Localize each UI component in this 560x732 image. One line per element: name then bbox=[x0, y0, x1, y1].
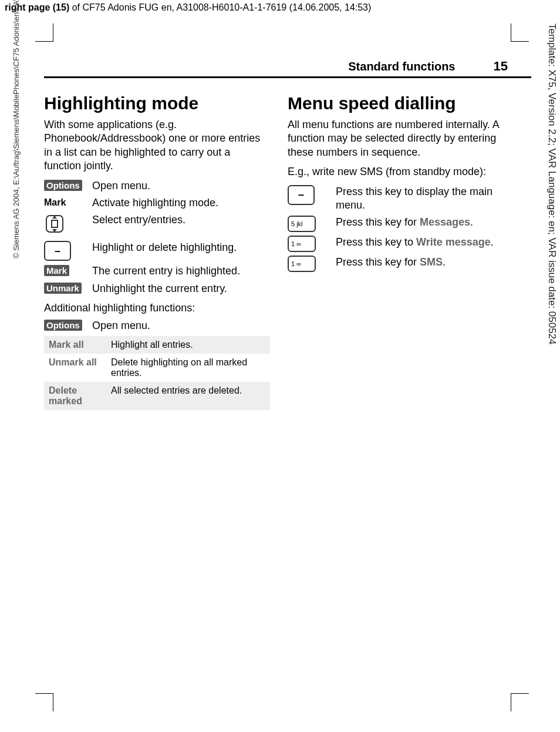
left-column: Highlighting mode With some applications… bbox=[44, 90, 270, 410]
intro-highlighting: With some applications (e.g. Phonebook/A… bbox=[44, 118, 270, 173]
row-options2: Options Open menu. bbox=[44, 319, 270, 333]
softkey-dash-icon: – bbox=[44, 241, 71, 261]
heading-highlighting: Highlighting mode bbox=[44, 93, 270, 113]
svg-rect-1 bbox=[52, 220, 58, 227]
step-desc: Press this key for SMS. bbox=[336, 256, 514, 269]
running-header: Standard functions 15 bbox=[44, 59, 531, 78]
mark-softkey: Mark bbox=[44, 265, 69, 276]
desc: Unhighlight the current entry. bbox=[92, 282, 270, 296]
options-softkey: Options bbox=[44, 320, 82, 331]
key-1-icon: 1 ∞ bbox=[288, 236, 316, 252]
desc: Select entry/entries. bbox=[92, 213, 270, 227]
top-header: right page (15) of CF75 Adonis FUG en, A… bbox=[0, 0, 560, 15]
intro-speed-dial: All menu functions are numbered internal… bbox=[288, 118, 514, 159]
step-row: 1 ∞ Press this key to Write message. bbox=[288, 236, 514, 252]
step-desc: Press this key to Write message. bbox=[336, 236, 514, 249]
desc: Activate highlighting mode. bbox=[92, 196, 270, 210]
func-desc: All selected entries are deleted. bbox=[106, 382, 270, 410]
functions-table: Mark all Highlight all entries. Unmark a… bbox=[44, 336, 270, 410]
desc: Highlight or delete highlighting. bbox=[92, 241, 270, 254]
func-name: Mark all bbox=[44, 336, 106, 354]
func-name: Delete marked bbox=[44, 382, 106, 410]
additional-label: Additional highlighting functions: bbox=[44, 301, 270, 315]
page-number: 15 bbox=[494, 59, 508, 73]
step-row: 1 ∞ Press this key for SMS. bbox=[288, 256, 514, 272]
nav-key-icon bbox=[44, 213, 65, 234]
left-margin-text: © Siemens AG 2004, E:\Auftrag\Siemens\Mo… bbox=[12, 0, 21, 258]
row-options: Options Open menu. bbox=[44, 179, 270, 193]
step-row: 5 jkl Press this key for Messages. bbox=[288, 216, 514, 232]
section-title: Standard functions bbox=[348, 60, 455, 73]
heading-speed-dial: Menu speed dialling bbox=[288, 93, 514, 113]
key-1-icon: 1 ∞ bbox=[288, 256, 316, 272]
row-navkey: Select entry/entries. bbox=[44, 213, 270, 237]
desc: Open menu. bbox=[92, 179, 270, 193]
table-row: Delete marked All selected entries are d… bbox=[44, 382, 270, 410]
mark-label: Mark bbox=[44, 197, 66, 207]
unmark-softkey: Unmark bbox=[44, 283, 82, 294]
row-softkey-dash: – Highlight or delete highlighting. bbox=[44, 241, 270, 261]
row-unmark-soft: Unmark Unhighlight the current entry. bbox=[44, 282, 270, 296]
func-desc: Highlight all entries. bbox=[106, 336, 270, 354]
table-row: Mark all Highlight all entries. bbox=[44, 336, 270, 354]
crop-mark bbox=[511, 693, 529, 711]
step-desc: Press this key to display the main menu. bbox=[336, 185, 514, 213]
options-softkey: Options bbox=[44, 180, 82, 191]
crop-mark bbox=[35, 693, 53, 711]
right-margin-text: Template: X75, Version 2.2; VAR Language… bbox=[546, 23, 558, 435]
example-label: E.g., write new SMS (from standby mode): bbox=[288, 165, 514, 179]
func-desc: Delete highlighting on all marked entrie… bbox=[106, 354, 270, 382]
desc: Open menu. bbox=[92, 319, 270, 333]
step-desc: Press this key for Messages. bbox=[336, 216, 514, 229]
desc: The current entry is highlighted. bbox=[92, 264, 270, 278]
row-mark-soft: Mark The current entry is highlighted. bbox=[44, 264, 270, 278]
softkey-dash-icon: – bbox=[288, 185, 315, 205]
step-row: – Press this key to display the main men… bbox=[288, 185, 514, 213]
page-body: Standard functions 15 Highlighting mode … bbox=[44, 23, 519, 410]
key-5-icon: 5 jkl bbox=[288, 216, 316, 232]
func-name: Unmark all bbox=[44, 354, 106, 382]
row-mark: Mark Activate highlighting mode. bbox=[44, 196, 270, 210]
table-row: Unmark all Delete highlighting on all ma… bbox=[44, 354, 270, 382]
right-column: Menu speed dialling All menu functions a… bbox=[288, 90, 514, 410]
